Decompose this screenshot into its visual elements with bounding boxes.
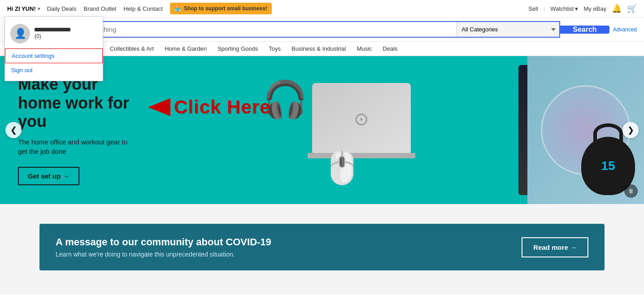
laptop-image: ⊙ bbox=[312, 83, 411, 155]
watchlist-button[interactable]: Watchlist ▾ bbox=[550, 5, 578, 12]
read-more-button[interactable]: Read more → bbox=[522, 237, 588, 257]
username-label: ZI YUN! bbox=[15, 5, 36, 12]
covid-text-block: A message to our community about COVID-1… bbox=[56, 236, 271, 258]
hero-next-button[interactable]: ❯ bbox=[622, 122, 639, 138]
cat-nav-item[interactable]: Business & Industrial bbox=[287, 42, 350, 56]
help-contact-link[interactable]: Help & Contact bbox=[123, 5, 162, 12]
sign-out-link[interactable]: Sign out bbox=[5, 63, 103, 77]
category-select[interactable]: All CategoriesAntiquesArtBabyBooksBusine… bbox=[457, 22, 559, 37]
kettlebell-number: 15 bbox=[601, 159, 615, 173]
cat-nav-item[interactable]: Toys bbox=[264, 42, 285, 56]
advanced-link[interactable]: Advanced bbox=[613, 26, 637, 33]
airpods-icon: 🎧 bbox=[263, 78, 308, 121]
username-bar bbox=[35, 28, 70, 31]
hero-products: 🎧 ⊙ 🖱️ 15 bbox=[240, 56, 644, 204]
hi-label: Hi bbox=[7, 5, 13, 12]
account-settings-link[interactable]: Account settings bbox=[5, 48, 103, 63]
covid-banner: A message to our community about COVID-1… bbox=[39, 224, 605, 270]
cat-nav-item[interactable]: Collectibles & Art bbox=[105, 42, 158, 56]
dropdown-username-block: (0) bbox=[35, 28, 70, 39]
avatar: 👤 bbox=[10, 24, 30, 44]
search-button[interactable]: Search bbox=[560, 26, 609, 34]
cat-nav-item[interactable]: Music bbox=[352, 42, 376, 56]
user-dropdown-menu: 👤 (0) Account settings Sign out bbox=[4, 16, 103, 81]
mouse-image: 🖱️ bbox=[322, 149, 361, 186]
search-input-wrap: 🔍 All CategoriesAntiquesArtBabyBooksBusi… bbox=[39, 21, 560, 38]
shop-support-label: Shop to support small business! bbox=[184, 5, 267, 12]
sell-link[interactable]: Sell bbox=[528, 5, 538, 12]
bell-icon[interactable]: 🔔 bbox=[612, 4, 622, 13]
cat-nav-item[interactable]: Deals bbox=[378, 42, 402, 56]
laptop-logo-icon: ⊙ bbox=[354, 109, 369, 129]
hero-prev-button[interactable]: ❮ bbox=[5, 122, 22, 138]
cat-nav-item[interactable]: Sporting Goods bbox=[213, 42, 262, 56]
hero-pause-button[interactable]: ⏸ bbox=[624, 184, 638, 198]
user-chevron-icon: ▾ bbox=[38, 6, 40, 11]
hero-title: Make your home work for you bbox=[18, 75, 135, 131]
hero-subtitle: The home office and workout gear to get … bbox=[18, 137, 135, 156]
shop-support-button[interactable]: 🏪 Shop to support small business! bbox=[170, 3, 272, 14]
dropdown-username-count: (0) bbox=[35, 33, 41, 39]
top-nav-right: Sell | Watchlist ▾ My eBay 🔔 🛒 bbox=[528, 4, 637, 13]
top-nav-left: Hi ZI YUN! ▾ Daily Deals Brand Outlet He… bbox=[7, 3, 272, 14]
search-input[interactable] bbox=[56, 22, 457, 37]
hi-user-button[interactable]: Hi ZI YUN! ▾ bbox=[7, 5, 40, 12]
watchlist-chevron-icon: ▾ bbox=[575, 5, 578, 12]
top-nav: Hi ZI YUN! ▾ Daily Deals Brand Outlet He… bbox=[0, 0, 644, 17]
watchlist-label: Watchlist bbox=[550, 5, 574, 12]
cat-nav-item[interactable]: Home & Garden bbox=[160, 42, 211, 56]
brand-outlet-link[interactable]: Brand Outlet bbox=[83, 5, 116, 12]
dropdown-user-section: 👤 (0) bbox=[5, 20, 103, 48]
hero-cta-button[interactable]: Get set up → bbox=[18, 167, 79, 185]
covid-title: A message to our community about COVID-1… bbox=[56, 236, 271, 248]
covid-subtitle: Learn what we're doing to navigate this … bbox=[56, 251, 271, 258]
myebay-link[interactable]: My eBay bbox=[583, 5, 606, 12]
cart-icon[interactable]: 🛒 bbox=[627, 4, 637, 13]
daily-deals-link[interactable]: Daily Deals bbox=[47, 5, 77, 12]
shop-support-icon: 🏪 bbox=[174, 5, 181, 12]
